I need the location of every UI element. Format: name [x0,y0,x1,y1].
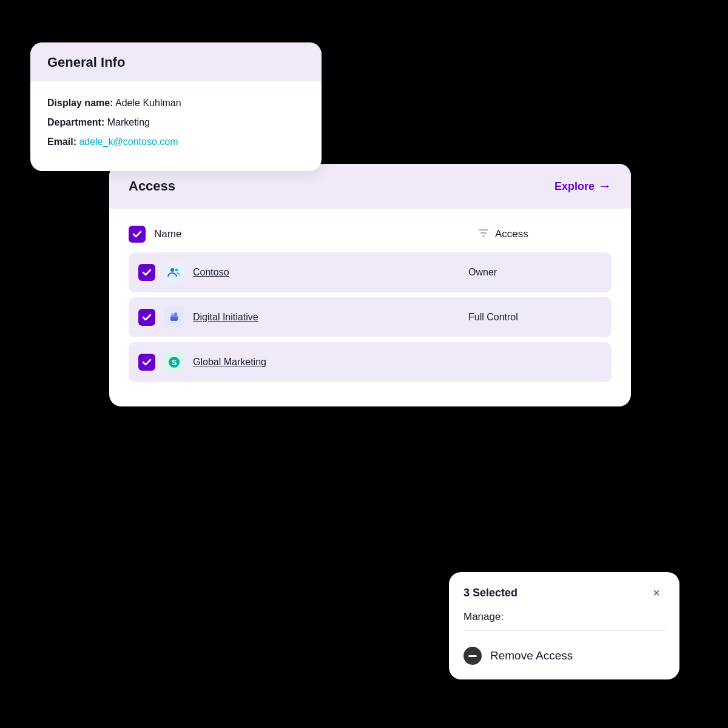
remove-access-label: Remove Access [490,649,573,662]
col-access-label: Access [495,228,528,240]
email-label: Email: [47,136,76,147]
explore-arrow-icon: → [598,178,612,194]
row-name[interactable]: Global Marketing [193,357,266,368]
teams-icon [164,307,184,328]
row-left: Digital Initiative [138,307,468,328]
general-info-body: Display name: Adele Kuhlman Department: … [30,81,322,171]
explore-link[interactable]: Explore → [554,178,612,194]
row-left: Contoso [138,262,468,283]
row-left: S Global Marketing [138,352,468,372]
explore-label: Explore [554,180,595,193]
svg-point-3 [174,312,177,315]
access-title: Access [129,178,175,194]
filter-icon[interactable] [478,228,489,241]
row-name[interactable]: Digital Initiative [193,312,258,323]
general-info-card: General Info Display name: Adele Kuhlman… [30,42,322,171]
svg-point-1 [175,269,178,272]
email-row: Email: adele_k@contoso.com [47,135,305,149]
manage-label: Manage: [449,611,679,630]
access-body: Name Access [109,209,631,406]
row-access: Full Control [468,312,602,323]
table-header: Name Access [129,218,612,250]
th-name: Name [129,226,478,243]
email-link[interactable]: adele_k@contoso.com [79,136,178,147]
svg-point-4 [172,313,174,315]
remove-access-icon [463,647,482,665]
col-name-label: Name [154,228,181,240]
row-checkbox[interactable] [138,354,155,371]
remove-access-row[interactable]: Remove Access [449,641,679,679]
svg-point-0 [170,268,174,272]
department-label: Department: [47,117,104,127]
svg-text:S: S [172,358,177,367]
table-row: Contoso Owner [129,252,612,292]
department-row: Department: Marketing [47,115,305,130]
selected-badge: 3 Selected [463,587,517,599]
access-panel: Access Explore → Name [109,164,631,406]
department-value: Marketing [107,117,150,127]
row-checkbox[interactable] [138,309,155,326]
sharepoint-icon: S [164,352,184,372]
row-checkbox[interactable] [138,264,155,281]
display-name-value: Adele Kuhlman [115,98,181,108]
general-info-header: General Info [30,42,322,81]
close-button[interactable]: × [648,584,665,601]
table-row: S Global Marketing [129,342,612,382]
general-info-title: General Info [47,55,305,70]
select-all-checkbox[interactable] [129,226,146,243]
manage-panel-header: 3 Selected × [449,572,679,611]
manage-panel: 3 Selected × Manage: Remove Access [449,572,679,679]
svg-rect-2 [170,315,178,321]
manage-divider [463,630,665,631]
display-name-row: Display name: Adele Kuhlman [47,96,305,110]
th-access: Access [478,228,612,241]
row-name[interactable]: Contoso [193,267,229,278]
contoso-icon [164,262,184,283]
row-access: Owner [468,267,602,278]
display-name-label: Display name: [47,98,113,108]
table-row: Digital Initiative Full Control [129,297,612,337]
